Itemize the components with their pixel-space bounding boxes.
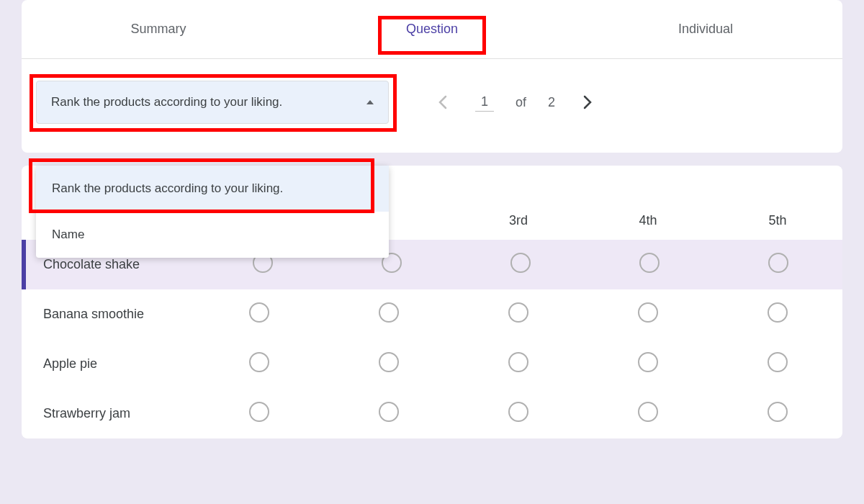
- radio-option[interactable]: [768, 402, 788, 422]
- grid-row-label: Chocolate shake: [26, 256, 199, 274]
- pager-next-button[interactable]: [577, 91, 598, 113]
- grid-row: Banana smoothie: [22, 289, 842, 339]
- radio-option[interactable]: [768, 352, 788, 372]
- radio-option[interactable]: [379, 302, 399, 323]
- annotation-highlight-option: [29, 158, 374, 213]
- grid-body: Chocolate shake Banana smoothie Apple pi…: [22, 240, 842, 438]
- annotation-highlight-tab: [378, 16, 486, 55]
- radio-option[interactable]: [379, 352, 399, 372]
- tab-individual[interactable]: Individual: [569, 0, 842, 58]
- radio-option[interactable]: [638, 352, 658, 372]
- radio-option[interactable]: [638, 402, 658, 422]
- pager-prev-button: [432, 91, 454, 113]
- radio-option[interactable]: [508, 352, 528, 372]
- grid-row: Apple pie: [22, 339, 842, 389]
- question-dropdown-trigger[interactable]: Rank the products according to your liki…: [36, 81, 389, 124]
- radio-option[interactable]: [249, 352, 269, 372]
- question-pager: 1 of 2: [432, 91, 598, 113]
- grid-row: Strawberry jam: [22, 389, 842, 438]
- radio-option[interactable]: [508, 302, 528, 323]
- dropdown-option[interactable]: Rank the products according to your liki…: [36, 166, 389, 212]
- radio-option[interactable]: [379, 402, 399, 422]
- grid-row-label: Banana smoothie: [22, 305, 194, 323]
- dropdown-option[interactable]: Name: [36, 212, 389, 258]
- responses-header-card: Summary Question Individual Rank the pro…: [22, 0, 842, 153]
- radio-option[interactable]: [639, 253, 660, 273]
- radio-option[interactable]: [768, 302, 788, 323]
- pager-current-page[interactable]: 1: [475, 93, 494, 112]
- chevron-left-icon: [438, 95, 447, 109]
- radio-option[interactable]: [249, 302, 269, 323]
- chevron-right-icon: [583, 95, 592, 109]
- dropdown-option-label: Name: [52, 228, 84, 241]
- question-dropdown-panel: Rank the products according to your liki…: [36, 166, 389, 258]
- radio-option[interactable]: [768, 253, 788, 273]
- tab-question[interactable]: Question: [295, 0, 569, 58]
- question-selector-row: Rank the products according to your liki…: [22, 59, 842, 153]
- radio-option[interactable]: [249, 402, 269, 422]
- tab-summary[interactable]: Summary: [22, 0, 295, 58]
- grid-row-label: Apple pie: [22, 355, 194, 373]
- grid-col-header-5: 5th: [713, 213, 842, 228]
- tabs-row: Summary Question Individual: [22, 0, 842, 59]
- pager-separator: of: [516, 95, 526, 110]
- radio-option[interactable]: [508, 402, 528, 422]
- radio-option[interactable]: [510, 253, 531, 273]
- grid-row-label: Strawberry jam: [22, 405, 194, 423]
- grid-col-header-4: 4th: [583, 213, 713, 228]
- radio-option[interactable]: [638, 302, 658, 323]
- annotation-highlight-select: [30, 74, 397, 132]
- pager-total-pages: 2: [548, 95, 555, 110]
- grid-col-header-3: 3rd: [454, 213, 583, 228]
